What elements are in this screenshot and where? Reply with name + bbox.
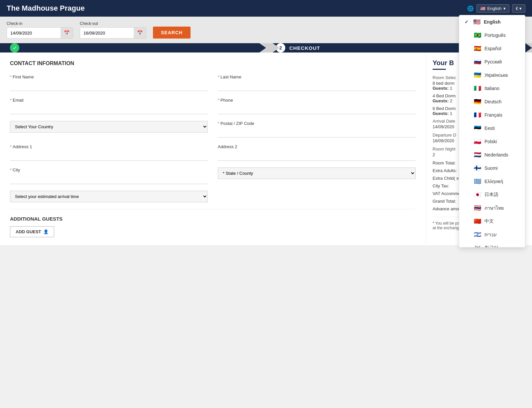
lang-item-et[interactable]: 🇪🇪 Eesti [459,122,525,135]
checkout-input[interactable] [80,28,134,38]
language-button[interactable]: 🇺🇸 English ▾ [476,4,510,13]
phone-input[interactable] [218,105,416,114]
header-right: 🌐 🇺🇸 English ▾ € ▾ [467,4,526,13]
add-guest-button[interactable]: ADD GUEST 👤 [10,226,54,237]
country-select[interactable]: Select Your Country [10,121,208,133]
lang-item-es[interactable]: 🇪🇸 Español [459,42,525,55]
step1-label: CHOOSE A ROOM [23,45,71,51]
email-input[interactable] [10,105,208,114]
vat-label: VAT Accommod [433,191,463,196]
last-name-label: *Last Name [218,74,416,79]
lang-name-de: Deutsch [484,99,501,104]
lang-name-zh: 中文 [484,218,494,224]
lang-flag-de: 🇩🇪 [474,98,481,105]
checkmark-icon: ✓ [465,19,468,25]
state-select[interactable]: * State / County [218,167,416,179]
lang-item-zh[interactable]: 🇨🇳 中文 [459,215,525,228]
lang-item-pt[interactable]: 🇧🇷 Português [459,29,525,42]
email-group: *Email [10,98,208,114]
checkout-field: Check-out 📅 [80,21,146,39]
flag-icon: 🇺🇸 [480,6,485,11]
lang-item-pl[interactable]: 🇵🇱 Polski [459,135,525,148]
lang-name-pl: Polski [484,139,497,144]
lang-item-nl[interactable]: 🇳🇱 Nederlands [459,148,525,161]
lang-name-he: עברית [484,232,497,237]
lang-item-ja[interactable]: 🇯🇵 日本語 [459,188,525,201]
lang-flag-pt: 🇧🇷 [474,32,481,39]
lang-item-uk[interactable]: 🇺🇦 Українська [459,68,525,82]
room-total-label: Room Total: [433,160,456,165]
lang-name-fr: Français [484,112,502,118]
contact-info-title: CONTACT INFORMATION [10,60,416,66]
checkout-input-wrap: 📅 [80,27,146,39]
first-name-label: *First Name [10,74,208,79]
phone-label: *Phone [218,98,416,103]
postal-input[interactable] [218,128,416,138]
checkin-input[interactable] [7,28,61,38]
lang-item-en[interactable]: ✓ 🇺🇸 English [459,15,525,29]
checkin-label: Check-in [7,21,73,26]
address1-input[interactable] [10,151,208,161]
lang-flag-uk: 🇺🇦 [474,71,481,79]
lang-item-de[interactable]: 🇩🇪 Deutsch [459,95,525,108]
sidebar-underline [433,69,446,70]
postal-label: *Postal / ZIP Code [218,121,416,126]
guests-value-2: 1 [450,111,452,116]
step1-container: ✓ CHOOSE A ROOM [0,43,266,52]
checkin-field: Check-in 📅 [7,21,73,39]
last-name-input[interactable] [218,81,416,91]
step2-label: CHECKOUT [289,45,320,51]
country-group: Select Your Country [10,121,208,138]
lang-item-fr[interactable]: 🇫🇷 Français [459,108,525,122]
arrival-time-row: Select your estimated arrival time [10,191,416,202]
empty-group [218,191,416,202]
person-icon: 👤 [43,229,49,234]
lang-item-he[interactable]: 🇮🇱 עברית [459,228,525,241]
checkin-input-wrap: 📅 [7,27,73,39]
address1-label: *Address 1 [10,144,208,149]
main-layout: CONTACT INFORMATION *First Name *Last Na… [0,52,532,245]
checkout-calendar-icon[interactable]: 📅 [134,28,146,38]
lang-name-ru: Русский [484,59,502,64]
form-section: CONTACT INFORMATION *First Name *Last Na… [0,52,426,245]
lang-name-nl: Nederlands [484,152,508,157]
lang-flag-th: 🇹🇭 [474,204,481,212]
city-input[interactable] [10,174,208,184]
lang-name-uk: Українська [484,72,508,78]
email-phone-row: *Email *Phone [10,98,416,114]
first-name-input[interactable] [10,81,208,91]
lang-flag-fr: 🇫🇷 [474,111,481,119]
chevron-down-icon: ▾ [503,6,506,11]
currency-button[interactable]: € ▾ [512,4,525,13]
address2-input[interactable] [218,151,416,161]
globe-icon: 🌐 [467,5,474,12]
address-row: *Address 1 Address 2 [10,144,416,161]
arrival-time-select[interactable]: Select your estimated arrival time [10,191,208,202]
lang-item-ko[interactable]: 🇰🇷 한국어 [459,241,525,245]
lang-flag-zh: 🇨🇳 [474,218,481,225]
add-guest-label: ADD GUEST [16,229,41,234]
lang-label: English [487,6,502,11]
address2-group: Address 2 [218,144,416,161]
country-postal-row: Select Your Country *Postal / ZIP Code [10,121,416,138]
address1-group: *Address 1 [10,144,208,161]
lang-flag-es: 🇪🇸 [474,45,481,52]
form-divider [10,209,416,209]
phone-group: *Phone [218,98,416,114]
site-title: The Madhouse Prague [7,4,85,13]
search-button[interactable]: SEARCH [153,27,191,39]
lang-name-it: Italiano [484,86,499,91]
progress-bar: ✓ CHOOSE A ROOM 2 CHECKOUT [0,43,532,52]
lang-item-it[interactable]: 🇮🇹 Italiano [459,82,525,95]
grand-total-label: Grand Total: [433,199,456,204]
checkin-calendar-icon[interactable]: 📅 [61,28,73,38]
lang-item-el[interactable]: 🇬🇷 Ελληνική [459,175,525,188]
lang-item-fi[interactable]: 🇫🇮 Suomi [459,161,525,175]
city-label: *City [10,167,208,172]
lang-flag-en: 🇺🇸 [473,18,480,26]
lang-item-ru[interactable]: 🇷🇺 Русский [459,55,525,68]
lang-flag-ja: 🇯🇵 [474,191,481,198]
lang-item-th[interactable]: 🇹🇭 ภาษาไทย [459,201,525,215]
guests-label-2: Guests: [433,111,449,116]
lang-flag-ru: 🇷🇺 [474,58,481,65]
